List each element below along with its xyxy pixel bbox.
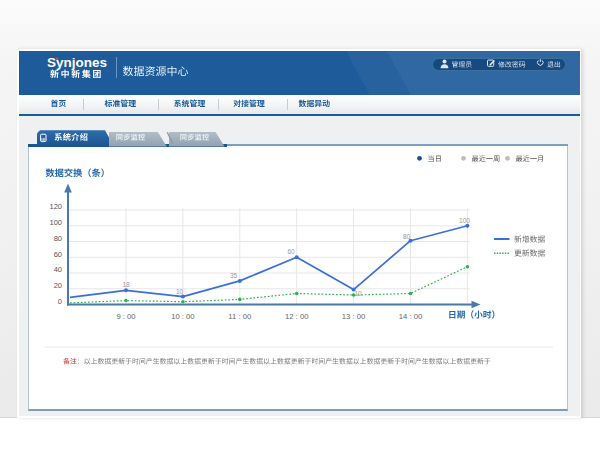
svg-text:80: 80 — [54, 234, 62, 243]
svg-text:10: 10 — [354, 290, 362, 297]
svg-text:11 : 00: 11 : 00 — [228, 312, 251, 321]
svg-text:12 : 00: 12 : 00 — [285, 312, 309, 321]
svg-text:10: 10 — [176, 288, 184, 295]
svg-text:0: 0 — [58, 297, 62, 306]
svg-text:60: 60 — [287, 248, 295, 255]
svg-text:100: 100 — [49, 218, 62, 227]
svg-text:40: 40 — [54, 265, 62, 274]
svg-text:80: 80 — [403, 233, 411, 240]
svg-text:35: 35 — [230, 272, 238, 279]
svg-text:10 : 00: 10 : 00 — [171, 312, 195, 321]
svg-text:18: 18 — [122, 281, 130, 288]
svg-text:60: 60 — [54, 250, 62, 259]
svg-text:100: 100 — [459, 217, 470, 224]
svg-text:14 : 00: 14 : 00 — [399, 312, 423, 321]
svg-text:120: 120 — [49, 202, 62, 211]
svg-text:9 : 00: 9 : 00 — [116, 312, 135, 321]
svg-text:20: 20 — [54, 281, 62, 290]
svg-text:13 : 00: 13 : 00 — [342, 312, 366, 321]
